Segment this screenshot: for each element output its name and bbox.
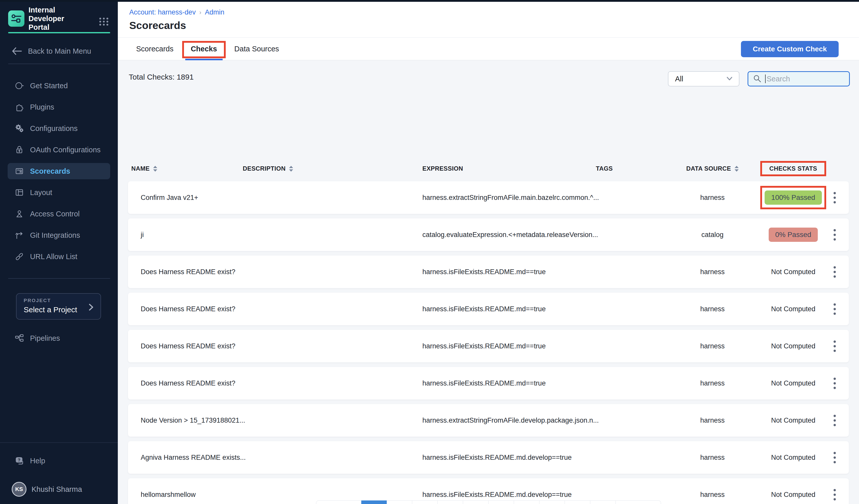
breadcrumb-admin-link[interactable]: Admin	[205, 9, 224, 16]
breadcrumb-account-link[interactable]: Account: harness-dev	[129, 9, 196, 16]
check-expression: harness.isFileExists.README.md==true	[422, 268, 549, 276]
search-input[interactable]	[766, 75, 844, 83]
stats-not-computed: Not Computed	[771, 342, 815, 350]
sidebar-item-scorecards[interactable]: Scorecards	[7, 163, 110, 179]
row-menu-button[interactable]	[827, 447, 842, 468]
pagination-button[interactable]	[616, 501, 661, 504]
sidebar-item-plugins[interactable]: Plugins	[7, 99, 110, 115]
row-actions-cell	[820, 373, 848, 393]
check-name: Does Harness README exist?	[128, 342, 237, 350]
pagination-button[interactable]	[463, 501, 488, 504]
annotation-box-stats-badge	[760, 186, 826, 209]
url-allow-list-icon	[14, 251, 25, 262]
pagination-button[interactable]	[438, 501, 463, 504]
sidebar-item-pipelines[interactable]: Pipelines	[14, 330, 60, 346]
column-header-description[interactable]: DESCRIPTION	[237, 165, 422, 172]
svg-text:?: ?	[18, 458, 20, 462]
pagination-button[interactable]	[316, 501, 361, 504]
stats-not-computed: Not Computed	[771, 454, 815, 461]
pagination-button[interactable]	[565, 501, 590, 504]
table-row: jicatalog.evaluateExpression.<+metadata.…	[128, 218, 849, 251]
check-name: Does Harness README exist?	[128, 305, 237, 313]
sidebar-item-label: Plugins	[30, 103, 54, 111]
row-menu-button[interactable]	[827, 373, 842, 393]
sidebar-item-url-allow-list[interactable]: URL Allow List	[7, 248, 110, 265]
check-data-source: harness	[659, 379, 766, 387]
check-data-source: harness	[659, 416, 766, 424]
check-stats-cell: Not Computed	[766, 379, 820, 387]
row-menu-button[interactable]	[827, 485, 842, 504]
tab-data-sources[interactable]: Data Sources	[232, 37, 282, 60]
check-expression: harness.extractStringFromAFile.develop.p…	[422, 416, 549, 424]
tab-scorecards[interactable]: Scorecards	[134, 37, 176, 60]
sidebar-item-label: Configurations	[30, 124, 78, 133]
sort-icon[interactable]	[735, 166, 739, 172]
check-name: Does Harness README exist?	[128, 379, 237, 387]
column-header-data-source[interactable]: DATA SOURCE	[659, 165, 766, 172]
check-stats-cell: Not Computed	[766, 268, 820, 276]
back-label: Back to Main Menu	[28, 47, 91, 56]
project-selector[interactable]: PROJECT Select a Project	[16, 293, 101, 320]
row-menu-button[interactable]	[827, 410, 842, 430]
row-actions-cell	[820, 336, 848, 356]
row-menu-button[interactable]	[827, 187, 842, 208]
pagination-button[interactable]	[590, 501, 616, 504]
check-stats-cell: Not Computed	[766, 305, 820, 313]
stats-badge: 0% Passed	[769, 228, 818, 242]
row-menu-button[interactable]	[827, 262, 842, 282]
column-header-name[interactable]: NAME	[128, 165, 237, 172]
sidebar-item-label: Scorecards	[30, 167, 70, 175]
tab-label: Scorecards	[136, 45, 174, 53]
total-checks-count: Total Checks: 1891	[129, 73, 194, 81]
user-menu[interactable]: KS Khushi Sharma	[12, 482, 82, 497]
check-stats-cell: 0% Passed	[766, 228, 820, 242]
pagination-button[interactable]	[514, 501, 539, 504]
back-to-main-menu[interactable]: Back to Main Menu	[12, 47, 91, 56]
row-menu-button[interactable]	[827, 336, 842, 356]
sidebar-divider	[0, 442, 118, 443]
create-custom-check-button[interactable]: Create Custom Check	[741, 41, 839, 57]
column-header-expression: EXPRESSION	[422, 165, 549, 172]
sidebar-item-oauth-configurations[interactable]: OAuth Configurations	[7, 142, 110, 158]
check-expression: harness.isFileExists.README.md.develop==…	[422, 491, 549, 499]
row-menu-button[interactable]	[827, 299, 842, 319]
page-title: Scorecards	[129, 19, 186, 32]
check-expression: harness.isFileExists.README.md.develop==…	[422, 454, 549, 461]
check-data-source: harness	[659, 491, 766, 499]
filter-selected-value: All	[675, 75, 726, 83]
app-title: Internal Developer Portal	[29, 5, 87, 32]
pagination-active-page[interactable]	[361, 501, 387, 504]
row-actions-cell	[820, 225, 848, 245]
sidebar-item-label: Git Integrations	[30, 231, 80, 240]
column-header-label: TAGS	[596, 165, 613, 172]
sidebar-item-configurations[interactable]: Configurations	[7, 120, 110, 137]
stats-not-computed: Not Computed	[771, 379, 815, 387]
scorecards-icon	[14, 166, 25, 176]
sidebar-item-git-integrations[interactable]: Git Integrations	[7, 227, 110, 243]
stats-not-computed: Not Computed	[771, 305, 815, 313]
sidebar-divider	[8, 64, 110, 64]
window-top-strip	[0, 0, 859, 2]
pagination-button[interactable]	[488, 501, 514, 504]
checks-filter-select[interactable]: All	[668, 71, 739, 87]
check-data-source: harness	[659, 342, 766, 350]
tab-checks[interactable]: Checks	[188, 37, 220, 60]
pagination-button[interactable]	[387, 501, 412, 504]
row-menu-button[interactable]	[827, 225, 842, 245]
pagination-button[interactable]	[539, 501, 565, 504]
sort-icon[interactable]	[289, 166, 293, 172]
back-arrow-icon	[12, 47, 22, 56]
search-icon	[753, 74, 762, 83]
row-actions-cell	[820, 410, 848, 430]
sidebar-item-layout[interactable]: Layout	[7, 184, 110, 201]
pagination-button[interactable]	[412, 501, 438, 504]
sidebar-item-get-started[interactable]: Get Started	[7, 78, 110, 94]
help-button[interactable]: ? Help	[14, 453, 45, 469]
sidebar-item-access-control[interactable]: Access Control	[7, 206, 110, 222]
check-expression: harness.isFileExists.README.md==true	[422, 342, 549, 350]
sort-icon[interactable]	[153, 166, 157, 172]
help-icon: ?	[14, 455, 25, 466]
apps-grid-icon[interactable]	[98, 16, 110, 28]
table-row: Does Harness README exist?harness.isFile…	[128, 330, 849, 362]
check-data-source: harness	[659, 305, 766, 313]
